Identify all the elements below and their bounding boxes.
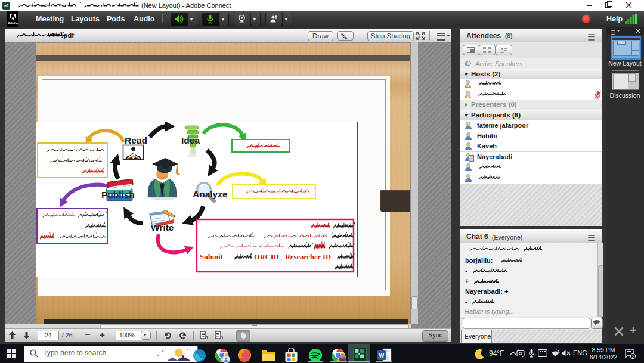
svg-text:,: , [281,255,282,260]
svg-text:Write: Write [151,222,174,232]
svg-text:Idea: Idea [181,135,200,145]
svg-text:Analyze: Analyze [193,189,228,199]
svg-text:Publish: Publish [101,190,135,200]
svg-text:Researcher ID: Researcher ID [285,253,331,261]
svg-text:Submit: Submit [200,253,224,261]
svg-text:2: 2 [631,353,634,359]
svg-text:Read: Read [125,135,147,145]
svg-text:ORCID: ORCID [254,253,279,261]
